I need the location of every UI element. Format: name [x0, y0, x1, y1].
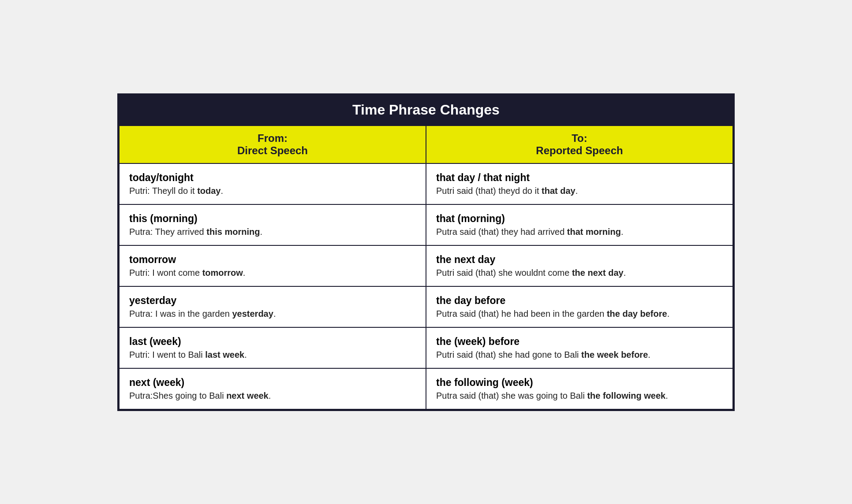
direct-example-3: Putra: I was in the garden yesterday.: [129, 309, 276, 319]
reported-example-0: Putri said (that) theyd do it that day.: [436, 186, 578, 196]
reported-speech-cell-5: the following (week) Putra said (that) s…: [426, 368, 733, 409]
main-container: Time Phrase Changes From: Direct Speech …: [117, 93, 735, 411]
direct-speech-cell-2: tomorrow Putri: I wont come tomorrow.: [119, 245, 426, 286]
page-title: Time Phrase Changes: [119, 95, 733, 125]
header-direct-speech: From: Direct Speech: [119, 126, 426, 163]
direct-phrase-5: next (week): [129, 377, 416, 389]
direct-phrase-3: yesterday: [129, 295, 416, 307]
reported-example-1: Putra said (that) they had arrived that …: [436, 227, 624, 237]
reported-example-3: Putra said (that) he had been in the gar…: [436, 309, 669, 319]
reported-speech-cell-1: that (morning) Putra said (that) they ha…: [426, 204, 733, 245]
direct-example-5: Putra:Shes going to Bali next week.: [129, 391, 271, 400]
reported-speech-cell-2: the next day Putri said (that) she would…: [426, 245, 733, 286]
reported-speech-cell-3: the day before Putra said (that) he had …: [426, 286, 733, 327]
phrase-table: From: Direct Speech To: Reported Speech …: [119, 125, 733, 410]
direct-speech-cell-4: last (week) Putri: I went to Bali last w…: [119, 327, 426, 368]
direct-example-2: Putri: I wont come tomorrow.: [129, 268, 245, 278]
reported-phrase-4: the (week) before: [436, 336, 723, 348]
reported-example-5: Putra said (that) she was going to Bali …: [436, 391, 668, 400]
direct-speech-cell-5: next (week) Putra:Shes going to Bali nex…: [119, 368, 426, 409]
direct-phrase-0: today/tonight: [129, 172, 416, 184]
reported-speech-cell-0: that day / that night Putri said (that) …: [426, 163, 733, 204]
direct-example-1: Putra: They arrived this morning.: [129, 227, 262, 237]
reported-phrase-5: the following (week): [436, 377, 723, 389]
reported-example-4: Putri said (that) she had gone to Bali t…: [436, 350, 650, 359]
reported-example-2: Putri said (that) she wouldnt come the n…: [436, 268, 626, 278]
direct-phrase-4: last (week): [129, 336, 416, 348]
reported-phrase-1: that (morning): [436, 213, 723, 225]
reported-phrase-3: the day before: [436, 295, 723, 307]
direct-example-0: Putri: Theyll do it today.: [129, 186, 223, 196]
direct-phrase-2: tomorrow: [129, 254, 416, 266]
direct-phrase-1: this (morning): [129, 213, 416, 225]
direct-speech-cell-0: today/tonight Putri: Theyll do it today.: [119, 163, 426, 204]
direct-speech-cell-1: this (morning) Putra: They arrived this …: [119, 204, 426, 245]
reported-phrase-2: the next day: [436, 254, 723, 266]
direct-speech-cell-3: yesterday Putra: I was in the garden yes…: [119, 286, 426, 327]
direct-example-4: Putri: I went to Bali last week.: [129, 350, 247, 359]
reported-speech-cell-4: the (week) before Putri said (that) she …: [426, 327, 733, 368]
reported-phrase-0: that day / that night: [436, 172, 723, 184]
header-reported-speech: To: Reported Speech: [426, 126, 733, 163]
